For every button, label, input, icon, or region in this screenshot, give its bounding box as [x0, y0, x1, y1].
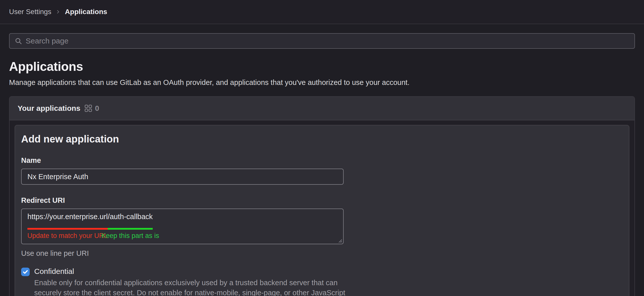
page-title: Applications: [9, 59, 635, 74]
name-label: Name: [21, 156, 623, 165]
breadcrumb: User Settings Applications: [9, 8, 107, 16]
your-applications-card: Your applications 0 Add new application …: [9, 96, 635, 296]
redirect-uri-value: https://your.enterprise.url Update to ma…: [27, 213, 337, 230]
your-applications-header: Your applications 0: [10, 97, 634, 120]
confidential-row: Confidential Enable only for confidentia…: [21, 267, 623, 296]
chevron-right-icon: [55, 9, 61, 15]
redirect-uri-help: Use one line per URI: [21, 249, 623, 258]
name-input[interactable]: [21, 169, 344, 185]
page-description: Manage applications that can use GitLab …: [9, 78, 635, 87]
applications-grid-icon: [84, 104, 92, 112]
redirect-uri-textarea[interactable]: https://your.enterprise.url Update to ma…: [21, 209, 344, 244]
your-applications-title: Your applications: [18, 104, 80, 113]
top-bar: User Settings Applications: [0, 0, 644, 24]
main-content: Applications Manage applications that ca…: [0, 33, 644, 296]
confidential-label[interactable]: Confidential: [34, 267, 354, 276]
your-applications-body: Add new application Name Redirect URI ht…: [10, 120, 634, 296]
applications-count: 0: [95, 104, 99, 113]
checkmark-icon: [22, 269, 28, 275]
search-input[interactable]: [26, 37, 629, 45]
textarea-resize-handle[interactable]: [337, 237, 342, 243]
confidential-text-block: Confidential Enable only for confidentia…: [34, 267, 354, 296]
applications-count-badge: 0: [84, 104, 99, 113]
confidential-help: Enable only for confidential application…: [34, 278, 354, 296]
redirect-uri-label: Redirect URI: [21, 196, 623, 205]
redirect-uri-path-segment: /auth-callback Keep this part as is: [108, 213, 153, 230]
redirect-uri-host-segment: https://your.enterprise.url Update to ma…: [27, 213, 108, 230]
confidential-checkbox[interactable]: [21, 268, 30, 276]
search-icon: [15, 37, 22, 45]
breadcrumb-applications: Applications: [65, 8, 107, 16]
breadcrumb-user-settings[interactable]: User Settings: [9, 8, 51, 16]
search-bar[interactable]: [9, 33, 635, 49]
add-application-title: Add new application: [21, 133, 623, 145]
annotation-update-url: Update to match your URL: [27, 232, 108, 240]
add-application-panel: Add new application Name Redirect URI ht…: [15, 125, 629, 296]
annotation-keep-part: Keep this part as is: [101, 232, 159, 240]
